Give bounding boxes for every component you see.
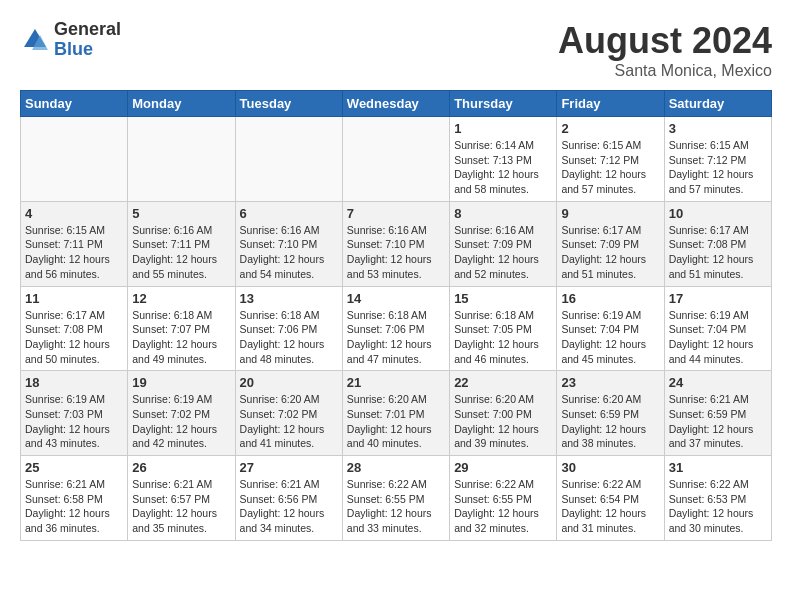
cell-text: Sunrise: 6:18 AMSunset: 7:06 PMDaylight:…	[347, 308, 445, 367]
day-number: 15	[454, 291, 552, 306]
logo-icon	[20, 25, 50, 55]
calendar-cell	[21, 117, 128, 202]
header-day-monday: Monday	[128, 91, 235, 117]
day-number: 13	[240, 291, 338, 306]
cell-text: Sunrise: 6:20 AMSunset: 6:59 PMDaylight:…	[561, 392, 659, 451]
logo: General Blue	[20, 20, 121, 60]
calendar-table: SundayMondayTuesdayWednesdayThursdayFrid…	[20, 90, 772, 541]
calendar-cell: 8Sunrise: 6:16 AMSunset: 7:09 PMDaylight…	[450, 201, 557, 286]
day-number: 2	[561, 121, 659, 136]
day-number: 26	[132, 460, 230, 475]
day-number: 9	[561, 206, 659, 221]
calendar-cell: 10Sunrise: 6:17 AMSunset: 7:08 PMDayligh…	[664, 201, 771, 286]
cell-text: Sunrise: 6:21 AMSunset: 6:56 PMDaylight:…	[240, 477, 338, 536]
day-number: 22	[454, 375, 552, 390]
header-day-thursday: Thursday	[450, 91, 557, 117]
header-day-friday: Friday	[557, 91, 664, 117]
calendar-cell: 22Sunrise: 6:20 AMSunset: 7:00 PMDayligh…	[450, 371, 557, 456]
cell-text: Sunrise: 6:16 AMSunset: 7:10 PMDaylight:…	[347, 223, 445, 282]
cell-text: Sunrise: 6:19 AMSunset: 7:03 PMDaylight:…	[25, 392, 123, 451]
day-number: 7	[347, 206, 445, 221]
calendar-cell: 17Sunrise: 6:19 AMSunset: 7:04 PMDayligh…	[664, 286, 771, 371]
cell-text: Sunrise: 6:15 AMSunset: 7:11 PMDaylight:…	[25, 223, 123, 282]
day-number: 3	[669, 121, 767, 136]
day-number: 17	[669, 291, 767, 306]
day-number: 5	[132, 206, 230, 221]
cell-text: Sunrise: 6:20 AMSunset: 7:01 PMDaylight:…	[347, 392, 445, 451]
cell-text: Sunrise: 6:21 AMSunset: 6:57 PMDaylight:…	[132, 477, 230, 536]
calendar-cell: 5Sunrise: 6:16 AMSunset: 7:11 PMDaylight…	[128, 201, 235, 286]
week-row-5: 25Sunrise: 6:21 AMSunset: 6:58 PMDayligh…	[21, 456, 772, 541]
cell-text: Sunrise: 6:22 AMSunset: 6:54 PMDaylight:…	[561, 477, 659, 536]
header-day-wednesday: Wednesday	[342, 91, 449, 117]
cell-text: Sunrise: 6:19 AMSunset: 7:04 PMDaylight:…	[669, 308, 767, 367]
day-number: 23	[561, 375, 659, 390]
calendar-cell: 3Sunrise: 6:15 AMSunset: 7:12 PMDaylight…	[664, 117, 771, 202]
logo-general-text: General	[54, 20, 121, 40]
calendar-cell: 19Sunrise: 6:19 AMSunset: 7:02 PMDayligh…	[128, 371, 235, 456]
day-number: 28	[347, 460, 445, 475]
week-row-4: 18Sunrise: 6:19 AMSunset: 7:03 PMDayligh…	[21, 371, 772, 456]
cell-text: Sunrise: 6:22 AMSunset: 6:55 PMDaylight:…	[454, 477, 552, 536]
calendar-cell	[128, 117, 235, 202]
day-number: 21	[347, 375, 445, 390]
location-title: Santa Monica, Mexico	[558, 62, 772, 80]
calendar-cell: 20Sunrise: 6:20 AMSunset: 7:02 PMDayligh…	[235, 371, 342, 456]
cell-text: Sunrise: 6:21 AMSunset: 6:58 PMDaylight:…	[25, 477, 123, 536]
header-day-saturday: Saturday	[664, 91, 771, 117]
calendar-cell: 18Sunrise: 6:19 AMSunset: 7:03 PMDayligh…	[21, 371, 128, 456]
logo-blue-text: Blue	[54, 40, 121, 60]
calendar-cell: 27Sunrise: 6:21 AMSunset: 6:56 PMDayligh…	[235, 456, 342, 541]
day-number: 14	[347, 291, 445, 306]
title-block: August 2024 Santa Monica, Mexico	[558, 20, 772, 80]
calendar-cell: 13Sunrise: 6:18 AMSunset: 7:06 PMDayligh…	[235, 286, 342, 371]
cell-text: Sunrise: 6:17 AMSunset: 7:09 PMDaylight:…	[561, 223, 659, 282]
week-row-2: 4Sunrise: 6:15 AMSunset: 7:11 PMDaylight…	[21, 201, 772, 286]
header-day-tuesday: Tuesday	[235, 91, 342, 117]
week-row-1: 1Sunrise: 6:14 AMSunset: 7:13 PMDaylight…	[21, 117, 772, 202]
calendar-cell: 16Sunrise: 6:19 AMSunset: 7:04 PMDayligh…	[557, 286, 664, 371]
calendar-cell: 15Sunrise: 6:18 AMSunset: 7:05 PMDayligh…	[450, 286, 557, 371]
calendar-cell: 28Sunrise: 6:22 AMSunset: 6:55 PMDayligh…	[342, 456, 449, 541]
calendar-cell: 7Sunrise: 6:16 AMSunset: 7:10 PMDaylight…	[342, 201, 449, 286]
calendar-cell: 30Sunrise: 6:22 AMSunset: 6:54 PMDayligh…	[557, 456, 664, 541]
week-row-3: 11Sunrise: 6:17 AMSunset: 7:08 PMDayligh…	[21, 286, 772, 371]
day-number: 8	[454, 206, 552, 221]
calendar-cell: 25Sunrise: 6:21 AMSunset: 6:58 PMDayligh…	[21, 456, 128, 541]
cell-text: Sunrise: 6:14 AMSunset: 7:13 PMDaylight:…	[454, 138, 552, 197]
page-header: General Blue August 2024 Santa Monica, M…	[20, 20, 772, 80]
calendar-cell: 4Sunrise: 6:15 AMSunset: 7:11 PMDaylight…	[21, 201, 128, 286]
cell-text: Sunrise: 6:18 AMSunset: 7:07 PMDaylight:…	[132, 308, 230, 367]
day-number: 24	[669, 375, 767, 390]
day-number: 11	[25, 291, 123, 306]
day-number: 27	[240, 460, 338, 475]
cell-text: Sunrise: 6:16 AMSunset: 7:10 PMDaylight:…	[240, 223, 338, 282]
cell-text: Sunrise: 6:19 AMSunset: 7:02 PMDaylight:…	[132, 392, 230, 451]
cell-text: Sunrise: 6:15 AMSunset: 7:12 PMDaylight:…	[669, 138, 767, 197]
cell-text: Sunrise: 6:17 AMSunset: 7:08 PMDaylight:…	[669, 223, 767, 282]
day-number: 1	[454, 121, 552, 136]
cell-text: Sunrise: 6:15 AMSunset: 7:12 PMDaylight:…	[561, 138, 659, 197]
calendar-cell: 24Sunrise: 6:21 AMSunset: 6:59 PMDayligh…	[664, 371, 771, 456]
day-number: 20	[240, 375, 338, 390]
calendar-cell: 23Sunrise: 6:20 AMSunset: 6:59 PMDayligh…	[557, 371, 664, 456]
cell-text: Sunrise: 6:19 AMSunset: 7:04 PMDaylight:…	[561, 308, 659, 367]
cell-text: Sunrise: 6:17 AMSunset: 7:08 PMDaylight:…	[25, 308, 123, 367]
calendar-cell	[342, 117, 449, 202]
cell-text: Sunrise: 6:20 AMSunset: 7:00 PMDaylight:…	[454, 392, 552, 451]
day-number: 4	[25, 206, 123, 221]
calendar-cell: 21Sunrise: 6:20 AMSunset: 7:01 PMDayligh…	[342, 371, 449, 456]
day-number: 18	[25, 375, 123, 390]
day-number: 29	[454, 460, 552, 475]
cell-text: Sunrise: 6:16 AMSunset: 7:09 PMDaylight:…	[454, 223, 552, 282]
calendar-body: 1Sunrise: 6:14 AMSunset: 7:13 PMDaylight…	[21, 117, 772, 541]
calendar-cell: 14Sunrise: 6:18 AMSunset: 7:06 PMDayligh…	[342, 286, 449, 371]
cell-text: Sunrise: 6:22 AMSunset: 6:53 PMDaylight:…	[669, 477, 767, 536]
cell-text: Sunrise: 6:22 AMSunset: 6:55 PMDaylight:…	[347, 477, 445, 536]
cell-text: Sunrise: 6:18 AMSunset: 7:06 PMDaylight:…	[240, 308, 338, 367]
calendar-cell: 6Sunrise: 6:16 AMSunset: 7:10 PMDaylight…	[235, 201, 342, 286]
day-number: 25	[25, 460, 123, 475]
month-title: August 2024	[558, 20, 772, 62]
cell-text: Sunrise: 6:16 AMSunset: 7:11 PMDaylight:…	[132, 223, 230, 282]
calendar-cell: 26Sunrise: 6:21 AMSunset: 6:57 PMDayligh…	[128, 456, 235, 541]
